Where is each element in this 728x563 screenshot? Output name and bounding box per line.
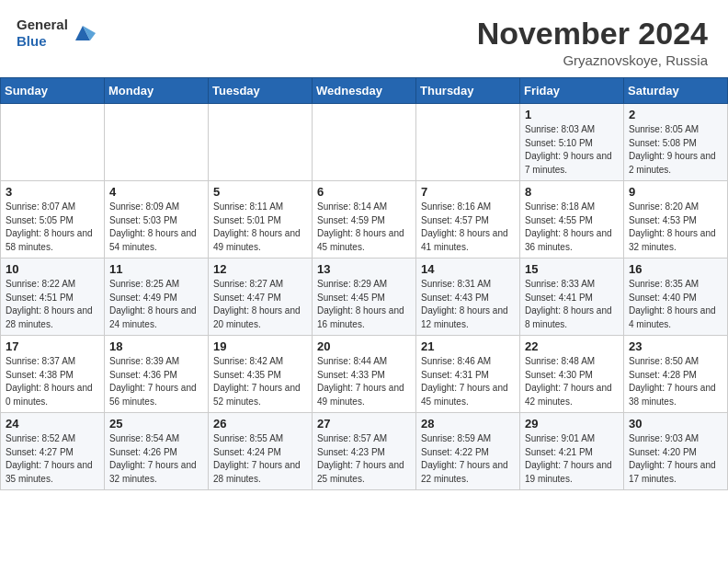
day-cell bbox=[416, 104, 520, 181]
day-cell: 18Sunrise: 8:39 AM Sunset: 4:36 PM Dayli… bbox=[105, 336, 209, 413]
day-cell: 28Sunrise: 8:59 AM Sunset: 4:22 PM Dayli… bbox=[416, 413, 520, 490]
week-row-3: 17Sunrise: 8:37 AM Sunset: 4:38 PM Dayli… bbox=[1, 336, 728, 413]
week-row-0: 1Sunrise: 8:03 AM Sunset: 5:10 PM Daylig… bbox=[1, 104, 728, 181]
day-info: Sunrise: 8:22 AM Sunset: 4:51 PM Dayligh… bbox=[6, 278, 99, 331]
day-info: Sunrise: 8:42 AM Sunset: 4:35 PM Dayligh… bbox=[213, 355, 307, 408]
day-info: Sunrise: 9:01 AM Sunset: 4:21 PM Dayligh… bbox=[525, 432, 619, 486]
weekday-header-monday: Monday bbox=[105, 78, 209, 104]
page: General Blue November 2024 Gryaznovskoye… bbox=[0, 0, 728, 563]
day-number: 17 bbox=[6, 339, 99, 353]
day-cell: 17Sunrise: 8:37 AM Sunset: 4:38 PM Dayli… bbox=[1, 336, 105, 413]
day-info: Sunrise: 8:20 AM Sunset: 4:53 PM Dayligh… bbox=[629, 201, 722, 254]
month-title: November 2024 bbox=[477, 17, 708, 51]
weekday-header-thursday: Thursday bbox=[416, 78, 520, 104]
day-cell: 16Sunrise: 8:35 AM Sunset: 4:40 PM Dayli… bbox=[624, 259, 728, 336]
day-cell: 3Sunrise: 8:07 AM Sunset: 5:05 PM Daylig… bbox=[1, 181, 105, 259]
day-cell bbox=[1, 104, 105, 181]
day-number: 27 bbox=[317, 417, 411, 431]
day-cell: 20Sunrise: 8:44 AM Sunset: 4:33 PM Dayli… bbox=[313, 336, 416, 413]
day-cell: 12Sunrise: 8:27 AM Sunset: 4:47 PM Dayli… bbox=[209, 259, 313, 336]
day-info: Sunrise: 8:35 AM Sunset: 4:40 PM Dayligh… bbox=[629, 278, 722, 331]
day-info: Sunrise: 8:52 AM Sunset: 4:27 PM Dayligh… bbox=[6, 432, 99, 486]
day-info: Sunrise: 8:09 AM Sunset: 5:03 PM Dayligh… bbox=[109, 201, 203, 254]
day-cell: 9Sunrise: 8:20 AM Sunset: 4:53 PM Daylig… bbox=[624, 181, 728, 259]
day-cell: 19Sunrise: 8:42 AM Sunset: 4:35 PM Dayli… bbox=[209, 336, 313, 413]
logo-general: General bbox=[17, 17, 68, 32]
day-info: Sunrise: 8:54 AM Sunset: 4:26 PM Dayligh… bbox=[109, 432, 203, 486]
day-info: Sunrise: 8:39 AM Sunset: 4:36 PM Dayligh… bbox=[109, 355, 203, 408]
week-row-4: 24Sunrise: 8:52 AM Sunset: 4:27 PM Dayli… bbox=[1, 413, 728, 490]
day-cell: 24Sunrise: 8:52 AM Sunset: 4:27 PM Dayli… bbox=[1, 413, 105, 490]
day-number: 25 bbox=[109, 417, 203, 431]
day-info: Sunrise: 8:18 AM Sunset: 4:55 PM Dayligh… bbox=[525, 201, 619, 254]
day-info: Sunrise: 8:59 AM Sunset: 4:22 PM Dayligh… bbox=[421, 432, 515, 486]
day-cell: 11Sunrise: 8:25 AM Sunset: 4:49 PM Dayli… bbox=[105, 259, 209, 336]
day-cell: 29Sunrise: 9:01 AM Sunset: 4:21 PM Dayli… bbox=[520, 413, 624, 490]
day-info: Sunrise: 8:29 AM Sunset: 4:45 PM Dayligh… bbox=[317, 278, 411, 331]
day-cell: 22Sunrise: 8:48 AM Sunset: 4:30 PM Dayli… bbox=[520, 336, 624, 413]
day-number: 5 bbox=[213, 185, 307, 199]
day-number: 24 bbox=[6, 417, 99, 431]
day-cell: 7Sunrise: 8:16 AM Sunset: 4:57 PM Daylig… bbox=[416, 181, 520, 259]
day-info: Sunrise: 8:46 AM Sunset: 4:31 PM Dayligh… bbox=[421, 355, 515, 408]
day-info: Sunrise: 8:14 AM Sunset: 4:59 PM Dayligh… bbox=[317, 201, 411, 254]
weekday-header-saturday: Saturday bbox=[624, 78, 728, 104]
day-number: 26 bbox=[213, 417, 307, 431]
day-number: 6 bbox=[317, 185, 411, 199]
day-cell: 1Sunrise: 8:03 AM Sunset: 5:10 PM Daylig… bbox=[520, 104, 624, 181]
day-number: 7 bbox=[421, 185, 515, 199]
day-number: 30 bbox=[629, 417, 722, 431]
day-info: Sunrise: 8:33 AM Sunset: 4:41 PM Dayligh… bbox=[525, 278, 619, 331]
location: Gryaznovskoye, Russia bbox=[477, 52, 708, 68]
day-number: 29 bbox=[525, 417, 619, 431]
day-cell bbox=[105, 104, 209, 181]
weekday-row: SundayMondayTuesdayWednesdayThursdayFrid… bbox=[1, 78, 728, 104]
day-info: Sunrise: 8:44 AM Sunset: 4:33 PM Dayligh… bbox=[317, 355, 411, 408]
day-info: Sunrise: 8:27 AM Sunset: 4:47 PM Dayligh… bbox=[213, 278, 307, 331]
day-cell: 21Sunrise: 8:46 AM Sunset: 4:31 PM Dayli… bbox=[416, 336, 520, 413]
calendar-header: SundayMondayTuesdayWednesdayThursdayFrid… bbox=[1, 78, 728, 104]
week-row-1: 3Sunrise: 8:07 AM Sunset: 5:05 PM Daylig… bbox=[1, 181, 728, 259]
day-info: Sunrise: 8:05 AM Sunset: 5:08 PM Dayligh… bbox=[629, 123, 722, 177]
logo: General Blue bbox=[17, 17, 96, 50]
day-cell: 15Sunrise: 8:33 AM Sunset: 4:41 PM Dayli… bbox=[520, 259, 624, 336]
day-number: 28 bbox=[421, 417, 515, 431]
title-block: November 2024 Gryaznovskoye, Russia bbox=[477, 17, 708, 68]
weekday-header-friday: Friday bbox=[520, 78, 624, 104]
logo-icon bbox=[70, 20, 96, 46]
day-number: 4 bbox=[109, 185, 203, 199]
header: General Blue November 2024 Gryaznovskoye… bbox=[0, 0, 728, 75]
day-cell: 27Sunrise: 8:57 AM Sunset: 4:23 PM Dayli… bbox=[313, 413, 416, 490]
day-info: Sunrise: 8:07 AM Sunset: 5:05 PM Dayligh… bbox=[6, 201, 99, 254]
day-info: Sunrise: 8:48 AM Sunset: 4:30 PM Dayligh… bbox=[525, 355, 619, 408]
day-info: Sunrise: 8:11 AM Sunset: 5:01 PM Dayligh… bbox=[213, 201, 307, 254]
day-number: 3 bbox=[6, 185, 99, 199]
day-number: 23 bbox=[629, 339, 722, 353]
day-info: Sunrise: 8:57 AM Sunset: 4:23 PM Dayligh… bbox=[317, 432, 411, 486]
day-number: 1 bbox=[525, 108, 619, 121]
weekday-header-tuesday: Tuesday bbox=[209, 78, 313, 104]
day-number: 13 bbox=[317, 262, 411, 276]
day-cell bbox=[209, 104, 313, 181]
day-cell: 26Sunrise: 8:55 AM Sunset: 4:24 PM Dayli… bbox=[209, 413, 313, 490]
day-info: Sunrise: 8:50 AM Sunset: 4:28 PM Dayligh… bbox=[629, 355, 722, 408]
day-cell: 14Sunrise: 8:31 AM Sunset: 4:43 PM Dayli… bbox=[416, 259, 520, 336]
day-info: Sunrise: 8:03 AM Sunset: 5:10 PM Dayligh… bbox=[525, 123, 619, 177]
day-number: 12 bbox=[213, 262, 307, 276]
day-info: Sunrise: 8:31 AM Sunset: 4:43 PM Dayligh… bbox=[421, 278, 515, 331]
day-cell bbox=[313, 104, 416, 181]
day-cell: 4Sunrise: 8:09 AM Sunset: 5:03 PM Daylig… bbox=[105, 181, 209, 259]
day-number: 20 bbox=[317, 339, 411, 353]
day-cell: 13Sunrise: 8:29 AM Sunset: 4:45 PM Dayli… bbox=[313, 259, 416, 336]
day-cell: 2Sunrise: 8:05 AM Sunset: 5:08 PM Daylig… bbox=[624, 104, 728, 181]
day-cell: 5Sunrise: 8:11 AM Sunset: 5:01 PM Daylig… bbox=[209, 181, 313, 259]
day-number: 16 bbox=[629, 262, 722, 276]
day-info: Sunrise: 9:03 AM Sunset: 4:20 PM Dayligh… bbox=[629, 432, 722, 486]
day-number: 10 bbox=[6, 262, 99, 276]
day-number: 14 bbox=[421, 262, 515, 276]
day-number: 21 bbox=[421, 339, 515, 353]
day-info: Sunrise: 8:37 AM Sunset: 4:38 PM Dayligh… bbox=[6, 355, 99, 408]
calendar-body: 1Sunrise: 8:03 AM Sunset: 5:10 PM Daylig… bbox=[1, 104, 728, 490]
day-number: 19 bbox=[213, 339, 307, 353]
day-number: 18 bbox=[109, 339, 203, 353]
